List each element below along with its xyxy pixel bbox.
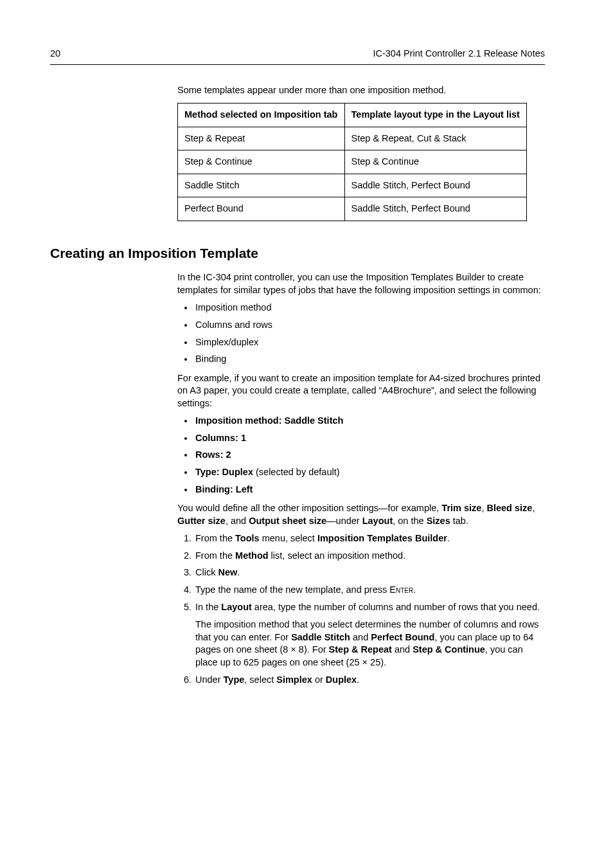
paragraph: For example, if you want to create an im… bbox=[177, 372, 545, 410]
table-header-col2: Template layout type in the Layout list bbox=[344, 104, 526, 127]
bullet-list-2: Imposition method: Saddle Stitch Columns… bbox=[177, 415, 545, 496]
bullet-list-1: Imposition method Columns and rows Simpl… bbox=[177, 302, 545, 365]
table-cell: Step & Repeat, Cut & Stack bbox=[344, 127, 526, 150]
table-cell: Step & Repeat bbox=[178, 127, 345, 150]
table-cell: Saddle Stitch bbox=[178, 174, 345, 197]
list-item: Columns: 1 bbox=[194, 432, 545, 445]
table-cell: Step & Continue bbox=[344, 150, 526, 174]
step-list: From the Tools menu, select Imposition T… bbox=[177, 532, 545, 687]
document-title: IC-304 Print Controller 2.1 Release Note… bbox=[373, 48, 545, 60]
table-row: Saddle Stitch Saddle Stitch, Perfect Bou… bbox=[178, 174, 527, 197]
list-item: Imposition method bbox=[194, 302, 545, 314]
section-heading: Creating an Imposition Template bbox=[50, 244, 545, 262]
table-cell: Perfect Bound bbox=[178, 197, 345, 221]
table-cell: Saddle Stitch, Perfect Bound bbox=[344, 174, 526, 197]
list-item: Imposition method: Saddle Stitch bbox=[194, 415, 545, 428]
table-row: Perfect Bound Saddle Stitch, Perfect Bou… bbox=[178, 197, 527, 221]
list-item: Rows: 2 bbox=[194, 449, 545, 462]
list-item: Type: Duplex (selected by default) bbox=[194, 466, 545, 479]
table-row: Step & Repeat Step & Repeat, Cut & Stack bbox=[178, 127, 527, 150]
page-header: 20 IC-304 Print Controller 2.1 Release N… bbox=[50, 48, 545, 65]
step-item: From the Tools menu, select Imposition T… bbox=[194, 532, 545, 545]
imposition-table: Method selected on Imposition tab Templa… bbox=[177, 103, 527, 221]
step-item: In the Layout area, type the number of c… bbox=[194, 601, 545, 669]
paragraph: In the IC-304 print controller, you can … bbox=[177, 271, 545, 296]
table-row: Step & Continue Step & Continue bbox=[178, 150, 527, 174]
table-header-row: Method selected on Imposition tab Templa… bbox=[178, 104, 527, 127]
list-item: Binding bbox=[194, 353, 545, 366]
list-item: Columns and rows bbox=[194, 319, 545, 332]
list-item: Simplex/duplex bbox=[194, 336, 545, 349]
step-item: Under Type, select Simplex or Duplex. bbox=[194, 674, 545, 687]
content-column-2: In the IC-304 print controller, you can … bbox=[177, 271, 545, 687]
page-number: 20 bbox=[50, 48, 60, 60]
table-cell: Saddle Stitch, Perfect Bound bbox=[344, 197, 526, 221]
paragraph: You would define all the other impositio… bbox=[177, 502, 545, 527]
step-item: Click New. bbox=[194, 566, 545, 579]
step-subparagraph: The imposition method that you select de… bbox=[195, 619, 545, 669]
table-header-col1: Method selected on Imposition tab bbox=[178, 104, 345, 127]
content-column-1: Some templates appear under more than on… bbox=[177, 84, 545, 221]
step-item: Type the name of the new template, and p… bbox=[194, 584, 545, 597]
table-cell: Step & Continue bbox=[178, 150, 345, 174]
page: 20 IC-304 Print Controller 2.1 Release N… bbox=[0, 0, 613, 868]
intro-paragraph: Some templates appear under more than on… bbox=[177, 84, 545, 97]
list-item: Binding: Left bbox=[194, 484, 545, 496]
step-item: From the Method list, select an impositi… bbox=[194, 550, 545, 563]
